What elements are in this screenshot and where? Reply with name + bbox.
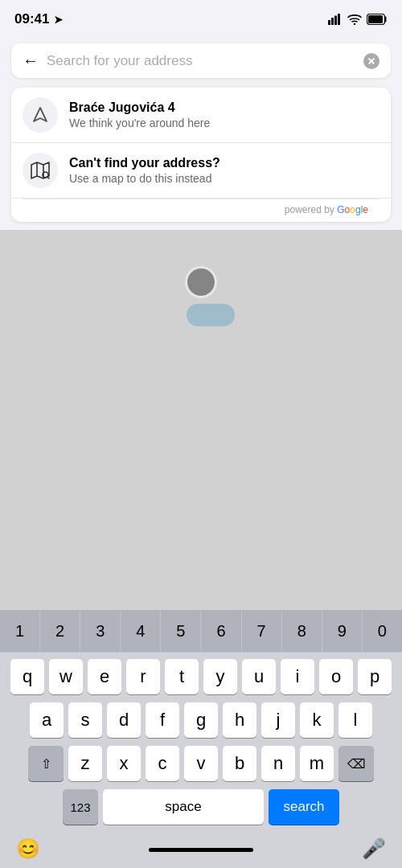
key-7[interactable]: 7 bbox=[242, 610, 282, 652]
key-p[interactable]: p bbox=[358, 659, 392, 694]
status-bar: 09:41 ➤ bbox=[0, 0, 402, 35]
suggestion-map-text: Can't find your address? Use a map to do… bbox=[69, 156, 379, 185]
powered-by-google: powered by Google bbox=[23, 199, 379, 222]
key-c[interactable]: c bbox=[146, 746, 179, 781]
suggestion-location-text: Braće Jugovića 4 We think you're around … bbox=[69, 100, 379, 129]
key-8[interactable]: 8 bbox=[282, 610, 322, 652]
key-4[interactable]: 4 bbox=[121, 610, 161, 652]
key-v[interactable]: v bbox=[184, 746, 218, 781]
suggestion-location[interactable]: Braće Jugovića 4 We think you're around … bbox=[11, 88, 391, 143]
key-d[interactable]: d bbox=[107, 702, 141, 738]
back-button[interactable]: ← bbox=[23, 51, 39, 70]
key-q[interactable]: q bbox=[10, 659, 44, 694]
key-u[interactable]: u bbox=[242, 659, 276, 694]
suggestion-map-subtitle: Use a map to do this instead bbox=[69, 172, 379, 185]
map-cloud-decoration bbox=[187, 304, 235, 326]
key-b[interactable]: b bbox=[223, 746, 256, 781]
key-z[interactable]: z bbox=[68, 746, 102, 781]
key-h[interactable]: h bbox=[223, 702, 256, 738]
key-3[interactable]: 3 bbox=[80, 610, 121, 652]
svg-rect-2 bbox=[334, 16, 337, 26]
key-a[interactable]: a bbox=[30, 702, 64, 738]
key-x[interactable]: x bbox=[107, 746, 141, 781]
mic-key[interactable]: 🎤 bbox=[362, 837, 386, 860]
key-i[interactable]: i bbox=[281, 659, 314, 694]
key-6[interactable]: 6 bbox=[201, 610, 241, 652]
space-key[interactable]: space bbox=[103, 789, 264, 825]
key-s[interactable]: s bbox=[68, 702, 102, 738]
key-n[interactable]: n bbox=[261, 746, 295, 781]
key-9[interactable]: 9 bbox=[322, 610, 363, 652]
search-key[interactable]: search bbox=[269, 789, 339, 825]
keyboard: 1 2 3 4 5 6 7 8 9 0 q w e r t y u i o p … bbox=[0, 610, 402, 868]
status-time: 09:41 ➤ bbox=[14, 11, 63, 27]
navigation-icon bbox=[23, 97, 58, 133]
key-0[interactable]: 0 bbox=[363, 610, 402, 652]
map-area bbox=[0, 230, 402, 334]
key-l[interactable]: l bbox=[338, 702, 372, 738]
svg-rect-3 bbox=[338, 14, 340, 25]
svg-rect-6 bbox=[368, 15, 383, 23]
key-2[interactable]: 2 bbox=[40, 610, 80, 652]
keyboard-number-row: 1 2 3 4 5 6 7 8 9 0 bbox=[0, 610, 402, 653]
emoji-key[interactable]: 😊 bbox=[16, 837, 40, 860]
key-g[interactable]: g bbox=[184, 702, 218, 738]
suggestion-location-title: Braće Jugovića 4 bbox=[69, 100, 379, 115]
search-area: ← bbox=[0, 35, 402, 88]
key-123-button[interactable]: 123 bbox=[63, 789, 98, 825]
keyboard-row-2: a s d f g h j k l bbox=[3, 702, 399, 738]
key-w[interactable]: w bbox=[49, 659, 83, 694]
time-display: 09:41 bbox=[14, 11, 49, 27]
svg-point-4 bbox=[354, 23, 355, 25]
clear-button[interactable] bbox=[363, 53, 379, 69]
status-icons bbox=[328, 14, 388, 25]
suggestions-list: Braće Jugovića 4 We think you're around … bbox=[11, 88, 391, 222]
search-input[interactable] bbox=[47, 53, 355, 69]
svg-line-10 bbox=[47, 177, 49, 178]
keyboard-bottom-bar: 😊 🎤 bbox=[0, 831, 402, 868]
key-5[interactable]: 5 bbox=[161, 610, 201, 652]
key-1[interactable]: 1 bbox=[0, 610, 40, 652]
backspace-key[interactable]: ⌫ bbox=[338, 746, 374, 781]
battery-icon bbox=[367, 14, 388, 25]
key-y[interactable]: y bbox=[203, 659, 237, 694]
key-e[interactable]: e bbox=[88, 659, 121, 694]
key-r[interactable]: r bbox=[126, 659, 160, 694]
key-f[interactable]: f bbox=[146, 702, 179, 738]
key-k[interactable]: k bbox=[300, 702, 334, 738]
search-bar-container: ← bbox=[11, 43, 391, 78]
wifi-icon bbox=[347, 14, 362, 25]
map-icon bbox=[23, 153, 58, 188]
suggestion-location-subtitle: We think you're around here bbox=[69, 117, 379, 129]
key-j[interactable]: j bbox=[261, 702, 295, 738]
location-arrow-icon: ➤ bbox=[54, 14, 63, 26]
svg-rect-0 bbox=[328, 20, 330, 25]
map-pin bbox=[185, 266, 217, 298]
keyboard-letter-rows: q w e r t y u i o p a s d f g h j k l ⇧ … bbox=[0, 653, 402, 831]
signal-icon bbox=[328, 14, 343, 25]
home-bar bbox=[149, 848, 253, 852]
key-m[interactable]: m bbox=[300, 746, 334, 781]
keyboard-row-3: ⇧ z x c v b n m ⌫ bbox=[3, 746, 399, 781]
keyboard-row-1: q w e r t y u i o p bbox=[3, 659, 399, 694]
suggestion-map-title: Can't find your address? bbox=[69, 156, 379, 170]
keyboard-bottom-row: 123 space search bbox=[3, 789, 399, 828]
shift-key[interactable]: ⇧ bbox=[28, 746, 64, 781]
svg-rect-1 bbox=[331, 18, 334, 25]
key-t[interactable]: t bbox=[165, 659, 199, 694]
suggestion-map[interactable]: Can't find your address? Use a map to do… bbox=[11, 143, 391, 199]
key-o[interactable]: o bbox=[319, 659, 353, 694]
